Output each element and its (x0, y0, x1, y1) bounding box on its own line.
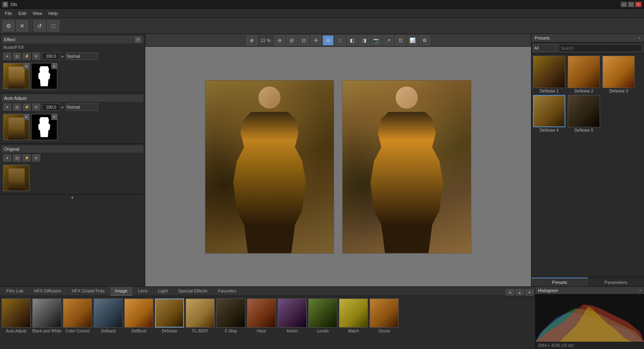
undo-toolbar-button[interactable]: ↺ (33, 20, 46, 32)
effect-toggle[interactable]: ● (3, 53, 11, 60)
filter-thumb-f-stop (216, 299, 245, 328)
snapshot-toolbar-button[interactable]: □ (47, 20, 59, 32)
settings-canvas-button[interactable]: ⚙ (420, 36, 430, 45)
menu-view[interactable]: View (29, 10, 46, 17)
filter-scroll-down[interactable]: ▼ (525, 289, 533, 296)
filter-deblock[interactable]: DeBlock (124, 299, 153, 333)
original-settings[interactable]: ⊞ (32, 154, 40, 162)
title-bar: ⚙ Dfx — □ ✕ (0, 0, 644, 9)
filter-cat-image[interactable]: Image (110, 287, 132, 296)
menu-edit[interactable]: Edit (15, 10, 29, 17)
side-by-side-button[interactable]: ⊞ (323, 36, 333, 45)
presets-category-select[interactable]: All (533, 44, 557, 52)
filter-thumb-deband (94, 299, 123, 328)
right-view-button[interactable]: ◨ (359, 36, 370, 45)
presets-tab-presets[interactable]: Presets (531, 278, 588, 286)
original-mask[interactable]: ⚡ (23, 154, 31, 162)
filter-label-auto-adjust: Auto Adjust (6, 329, 27, 333)
effect-close[interactable]: × (135, 37, 141, 42)
crop-button[interactable]: ⊡ (395, 36, 406, 45)
filter-f-stop[interactable]: F-Stop (216, 299, 245, 333)
preset-image-denoise3 (603, 56, 634, 88)
effect-layers[interactable]: ▤ (13, 53, 21, 60)
filter-denoise[interactable]: DeNoise (155, 299, 184, 333)
effect-source-close[interactable]: × (23, 63, 29, 69)
effect-mask[interactable]: ⚡ (23, 53, 31, 60)
filter-scroll-up[interactable]: ▲ (516, 289, 524, 296)
auto-adjust-toggle[interactable]: ● (3, 103, 11, 111)
preset-item-denoise2[interactable]: DeNoise 2 (568, 56, 600, 93)
original-layers[interactable]: ▤ (13, 154, 21, 162)
filter-deband[interactable]: DeBand (94, 299, 123, 333)
menu-file[interactable]: File (2, 10, 15, 17)
filter-auto-adjust[interactable]: Auto Adjust (2, 299, 31, 333)
auto-adjust-source-close[interactable]: × (23, 114, 29, 120)
preset-item-denoise3[interactable]: DeNoise 3 (602, 56, 635, 93)
auto-adjust-source-thumb: × (3, 114, 29, 140)
figure-body-right (370, 112, 443, 253)
auto-adjust-section: Auto Adjust ● ▤ ⚡ ⊞ 100.0 ▸ Normal Multi… (0, 93, 145, 144)
effect-mask-close[interactable]: × (51, 63, 57, 69)
minimize-button[interactable]: — (621, 2, 627, 7)
close-button[interactable]: ✕ (635, 2, 642, 7)
filter-thumb-levels (308, 299, 337, 328)
filter-fl-bd[interactable]: FL-B/D® (186, 299, 215, 333)
auto-adjust-controls: ● ▤ ⚡ ⊞ 100.0 ▸ Normal Multiply (2, 102, 143, 112)
filter-cat-lens[interactable]: Lens (133, 287, 153, 296)
effect-settings[interactable]: ⊞ (32, 53, 40, 60)
filter-thumb-fl-bd (186, 299, 215, 328)
preset-label-denoise4: DeNoise 4 (540, 128, 559, 132)
preset-label-denoise3: DeNoise 3 (609, 89, 628, 93)
maximize-button[interactable]: □ (628, 2, 634, 7)
filter-ozone[interactable]: Ozone (370, 299, 399, 333)
filter-color-correct[interactable]: Color Correct (63, 299, 92, 333)
auto-adjust-settings[interactable]: ⊞ (32, 103, 40, 111)
effect-blend-select[interactable]: Normal Multiply Screen (66, 53, 98, 60)
auto-adjust-opacity-value[interactable]: 100.0 (42, 103, 60, 111)
filter-thumb-color-correct (63, 299, 92, 328)
figure-body-left (233, 112, 306, 253)
zoom-out-button[interactable]: ⊖ (274, 36, 285, 45)
preset-image-denoise2 (568, 56, 600, 88)
zoom-fit-button[interactable]: ⊡ (299, 36, 309, 45)
filter-grid-button[interactable]: ⊞ (506, 289, 514, 296)
histogram-toggle-button[interactable]: 📊 (408, 36, 418, 45)
preset-item-denoise1[interactable]: DeNoise 1 (533, 56, 565, 93)
left-view-button[interactable]: ◧ (347, 36, 358, 45)
close-toolbar-button[interactable]: ✕ (16, 20, 28, 32)
original-toggle[interactable]: ● (3, 154, 11, 162)
original-section: Original ● ▤ ⚡ ⊞ (0, 144, 145, 195)
split-view-button[interactable]: ⊟ (286, 36, 297, 45)
filter-cat-film-lab[interactable]: Film Lab (2, 287, 28, 296)
presets-row-1: DeNoise 1 DeNoise 2 DeNoise 3 (533, 56, 642, 93)
camera-button[interactable]: 📷 (371, 36, 382, 45)
scroll-down-arrow[interactable]: ▼ (0, 195, 145, 201)
filter-kelvin[interactable]: Kelvin (278, 299, 307, 333)
filter-match[interactable]: Match (339, 299, 368, 333)
presets-search-input[interactable] (559, 44, 642, 52)
auto-adjust-mask[interactable]: ⚡ (23, 103, 31, 111)
single-view-button[interactable]: □ (335, 36, 345, 45)
filter-cat-light[interactable]: Light (153, 287, 173, 296)
histogram-close-button[interactable]: × (639, 288, 642, 293)
zoom-in-button[interactable]: ⊕ (247, 36, 257, 45)
filter-black-white[interactable]: Black and White (32, 299, 61, 333)
filter-cat-special-effects[interactable]: Special Effects (174, 287, 213, 296)
filter-cat-hfx-grads[interactable]: HFX Grads/Tints (67, 287, 110, 296)
auto-adjust-mask-close[interactable]: × (51, 114, 57, 120)
auto-adjust-layers[interactable]: ▤ (13, 103, 21, 111)
filter-cat-hfx-diffusion[interactable]: HFX Diffusion (29, 287, 66, 296)
presets-close-button[interactable]: × (638, 36, 641, 40)
preset-item-denoise5[interactable]: DeNoise 5 (568, 95, 600, 132)
presets-tab-parameters[interactable]: Parameters (588, 278, 644, 286)
settings-toolbar-button[interactable]: ⚙ (2, 20, 15, 32)
filter-cat-favorites[interactable]: Favorites (213, 287, 241, 296)
preset-item-denoise4[interactable]: DeNoise 4 (533, 95, 565, 132)
export-button[interactable]: ↗ (383, 36, 394, 45)
auto-adjust-blend-select[interactable]: Normal Multiply (66, 103, 98, 111)
effect-opacity-value[interactable]: 100.0 (42, 53, 60, 60)
filter-haze[interactable]: Haze (247, 299, 276, 333)
filter-levels[interactable]: Levels (308, 299, 337, 333)
menu-help[interactable]: Help (45, 10, 61, 17)
move-tool-button[interactable]: ✛ (311, 36, 321, 45)
